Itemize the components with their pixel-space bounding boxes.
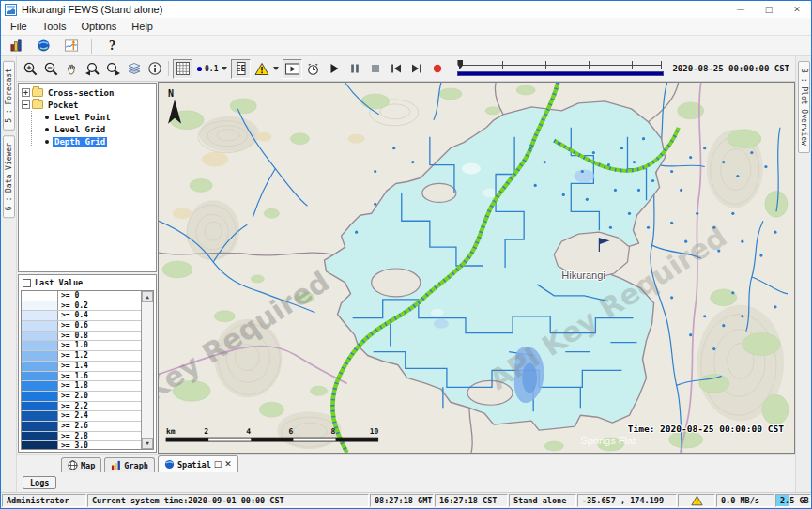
tree-node-depth-grid[interactable]: Depth Grid <box>32 135 156 147</box>
pause-button[interactable] <box>345 59 364 79</box>
record-button[interactable] <box>427 59 447 79</box>
status-warning-icon[interactable] <box>678 494 715 507</box>
help-button[interactable]: ? <box>102 36 122 55</box>
grid-display-button[interactable] <box>173 59 192 79</box>
legend-row-label: >= 1.4 <box>57 362 141 371</box>
animation-settings-icon[interactable] <box>303 59 323 79</box>
legend-row[interactable]: >= 1.8 <box>22 381 141 392</box>
map-viewport[interactable]: API Key Required API Key Required N km 2 <box>158 82 795 454</box>
legend-row[interactable]: >= 2.0 <box>22 392 141 402</box>
legend-row-label: >= 0 <box>57 291 141 301</box>
layer-tree: + Cross-section − Pocket Lev <box>18 83 157 272</box>
legend-row-label: >= 2.4 <box>57 411 141 421</box>
play-button[interactable] <box>324 59 344 79</box>
elevation-scale-button[interactable]: E <box>231 59 251 79</box>
legend-row[interactable]: >= 2.6 <box>22 422 141 432</box>
zoom-out-icon[interactable] <box>41 59 61 79</box>
last-frame-button[interactable] <box>406 59 426 79</box>
data-viewer-panel: + Cross-section − Pocket Lev <box>17 82 158 454</box>
chevron-down-icon <box>273 67 279 70</box>
legend-row-label: >= 2.0 <box>57 392 141 401</box>
warning-levels-dropdown[interactable] <box>252 59 282 79</box>
legend-row[interactable]: >= 3.0 <box>22 441 141 449</box>
animation-button[interactable] <box>283 59 302 79</box>
menu-file[interactable]: File <box>3 19 35 34</box>
menu-bar: File Tools Options Help <box>1 18 811 36</box>
tree-node-pocket[interactable]: − Pocket <box>19 99 156 111</box>
legend-row-label: >= 3.0 <box>57 441 141 449</box>
tree-node-cross-section[interactable]: + Cross-section <box>19 86 156 99</box>
scroll-up-icon[interactable]: ▲ <box>142 291 153 302</box>
tab-forecast[interactable]: 5 : Forecast <box>3 61 15 131</box>
bar-chart-icon <box>111 460 121 470</box>
legend-row[interactable]: >= 1.6 <box>22 372 141 382</box>
menu-tools[interactable]: Tools <box>35 19 74 34</box>
close-panel-icon[interactable]: ✕ <box>224 460 232 469</box>
expand-icon[interactable]: + <box>22 88 30 97</box>
legend-row[interactable]: >= 1.0 <box>22 341 141 351</box>
legend-row-label: >= 1.8 <box>57 381 141 391</box>
tab-map[interactable]: Map <box>61 457 101 472</box>
legend-row-label: >= 2.2 <box>57 402 141 411</box>
time-slider[interactable] <box>457 59 664 78</box>
last-value-label: Last Value <box>35 278 83 287</box>
legend-row[interactable]: >= 2.8 <box>22 432 141 442</box>
legend-row[interactable]: >= 2.2 <box>22 402 141 412</box>
legend-row[interactable]: >= 0.6 <box>22 321 141 332</box>
legend-row[interactable]: >= 1.2 <box>22 351 141 362</box>
close-button[interactable]: ✕ <box>783 1 811 18</box>
scroll-down-icon[interactable]: ▼ <box>142 438 153 449</box>
legend-color-swatch <box>22 372 57 381</box>
legend-row-label: >= 0.2 <box>57 301 141 311</box>
legend-color-swatch <box>22 362 57 371</box>
legend-scrollbar[interactable]: ▲ ▼ <box>141 291 153 449</box>
maximize-button[interactable]: □ <box>755 1 783 18</box>
legend-color-swatch <box>22 381 57 391</box>
legend-row[interactable]: >= 0.4 <box>22 311 141 321</box>
legend-row-label: >= 0.8 <box>57 332 141 341</box>
tab-graph[interactable]: Graph <box>104 457 155 472</box>
last-value-checkbox[interactable] <box>23 279 31 287</box>
legend-color-swatch <box>22 291 57 301</box>
legend-row[interactable]: >= 0.8 <box>22 332 141 342</box>
threshold-chart-icon[interactable] <box>61 36 81 55</box>
svg-text:10: 10 <box>370 427 379 436</box>
bullet-icon <box>45 116 49 119</box>
minimize-button[interactable]: — <box>727 1 755 18</box>
spatial-display-icon[interactable] <box>34 36 54 55</box>
legend-row[interactable]: >= 1.4 <box>22 362 141 372</box>
zoom-in-icon[interactable] <box>21 59 40 79</box>
zoom-next-icon[interactable] <box>103 59 123 79</box>
legend-row-label: >= 1.0 <box>57 341 141 350</box>
legend-row[interactable]: >= 0.2 <box>22 301 141 312</box>
pan-hand-icon[interactable] <box>62 59 82 79</box>
threshold-value: 0.1 <box>205 65 218 73</box>
maximize-panel-icon[interactable]: □ <box>214 460 222 469</box>
tab-spatial[interactable]: Spatial □ ✕ <box>158 455 238 472</box>
tree-node-level-point[interactable]: Level Point <box>32 111 156 123</box>
contour-threshold-dropdown[interactable]: 0.1 <box>193 59 230 79</box>
layers-icon[interactable] <box>124 59 144 79</box>
collapse-icon[interactable]: − <box>22 100 30 109</box>
legend-color-swatch <box>22 441 57 449</box>
menu-options[interactable]: Options <box>73 19 124 34</box>
legend-row[interactable]: >= 0 <box>22 291 141 301</box>
legend-row[interactable]: >= 2.4 <box>22 411 141 422</box>
menu-help[interactable]: Help <box>124 19 161 34</box>
globe-grid-icon <box>68 460 78 470</box>
tree-node-level-grid[interactable]: Level Grid <box>32 123 156 135</box>
tab-plot-overview[interactable]: 3 : Plot Overview <box>798 61 810 153</box>
first-frame-button[interactable] <box>386 59 406 79</box>
statistics-icon[interactable] <box>7 36 26 55</box>
zoom-previous-icon[interactable] <box>83 59 102 79</box>
info-icon[interactable] <box>145 59 164 79</box>
legend-color-swatch <box>22 402 57 411</box>
bottom-tab-bar: Map Graph Spatial □ ✕ <box>17 454 795 472</box>
tab-data-viewer[interactable]: 6 : Data Viewer <box>3 135 15 218</box>
stop-button[interactable] <box>365 59 385 79</box>
logs-button[interactable]: Logs <box>23 476 56 489</box>
status-memory: 2.5 GB <box>775 494 811 507</box>
legend-color-swatch <box>22 332 57 341</box>
svg-text:N: N <box>168 88 174 99</box>
window-title: Hikurangi FEWS (Stand alone) <box>22 4 162 15</box>
